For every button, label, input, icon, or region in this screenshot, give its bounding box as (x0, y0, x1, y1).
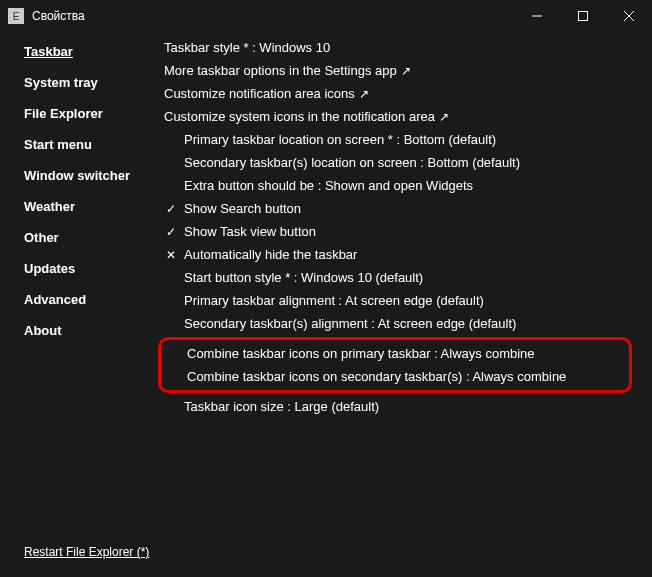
setting-row[interactable]: Primary taskbar location on screen * : B… (164, 128, 636, 151)
setting-label: Secondary taskbar(s) location on screen … (184, 155, 520, 170)
settings-panel: Taskbar style * : Windows 10More taskbar… (156, 36, 636, 565)
external-link-icon: ↗ (401, 64, 411, 78)
app-icon: E (8, 8, 24, 24)
window-title: Свойства (32, 9, 85, 23)
setting-row[interactable]: Combine taskbar icons on primary taskbar… (161, 342, 623, 365)
restart-explorer-link[interactable]: Restart File Explorer (*) (24, 545, 156, 565)
setting-row[interactable]: ✓Show Task view button (164, 220, 636, 243)
setting-row[interactable]: Secondary taskbar(s) alignment : At scre… (164, 312, 636, 335)
setting-row[interactable]: Taskbar icon size : Large (default) (164, 395, 636, 418)
external-link-icon: ↗ (439, 110, 449, 124)
setting-row[interactable]: Primary taskbar alignment : At screen ed… (164, 289, 636, 312)
setting-row[interactable]: Secondary taskbar(s) location on screen … (164, 151, 636, 174)
sidebar-item-file-explorer[interactable]: File Explorer (24, 98, 156, 129)
titlebar: E Свойства (0, 0, 652, 32)
setting-row[interactable]: ✕Automatically hide the taskbar (164, 243, 636, 266)
setting-label: Combine taskbar icons on secondary taskb… (187, 369, 566, 384)
setting-label: Primary taskbar alignment : At screen ed… (184, 293, 484, 308)
highlighted-settings: Combine taskbar icons on primary taskbar… (158, 337, 632, 393)
maximize-icon (578, 11, 588, 21)
setting-row[interactable]: Combine taskbar icons on secondary taskb… (161, 365, 623, 388)
setting-label: Taskbar icon size : Large (default) (184, 399, 379, 414)
setting-row[interactable]: Customize system icons in the notificati… (164, 105, 636, 128)
sidebar-item-system-tray[interactable]: System tray (24, 67, 156, 98)
minimize-button[interactable] (514, 0, 560, 32)
window-controls (514, 0, 652, 32)
close-icon (624, 11, 634, 21)
sidebar-item-other[interactable]: Other (24, 222, 156, 253)
maximize-button[interactable] (560, 0, 606, 32)
setting-label: Start button style * : Windows 10 (defau… (184, 270, 423, 285)
properties-window: E Свойства TaskbarSystem trayFile Explor… (0, 0, 652, 577)
setting-label: Primary taskbar location on screen * : B… (184, 132, 496, 147)
cross-icon: ✕ (164, 248, 178, 262)
external-link-icon: ↗ (359, 87, 369, 101)
setting-row[interactable]: More taskbar options in the Settings app… (164, 59, 636, 82)
setting-label: Customize notification area icons (164, 86, 355, 101)
check-icon: ✓ (164, 202, 178, 216)
setting-row[interactable]: Customize notification area icons↗ (164, 82, 636, 105)
sidebar-item-advanced[interactable]: Advanced (24, 284, 156, 315)
check-icon: ✓ (164, 225, 178, 239)
setting-label: Show Task view button (184, 224, 316, 239)
sidebar-item-window-switcher[interactable]: Window switcher (24, 160, 156, 191)
sidebar: TaskbarSystem trayFile ExplorerStart men… (24, 36, 156, 565)
svg-rect-1 (579, 12, 588, 21)
setting-row[interactable]: Extra button should be : Shown and open … (164, 174, 636, 197)
sidebar-item-taskbar[interactable]: Taskbar (24, 36, 156, 67)
setting-label: Taskbar style * : Windows 10 (164, 40, 330, 55)
setting-label: Show Search button (184, 201, 301, 216)
close-button[interactable] (606, 0, 652, 32)
setting-label: Combine taskbar icons on primary taskbar… (187, 346, 535, 361)
minimize-icon (532, 11, 542, 21)
sidebar-item-weather[interactable]: Weather (24, 191, 156, 222)
setting-label: More taskbar options in the Settings app (164, 63, 397, 78)
setting-row[interactable]: ✓Show Search button (164, 197, 636, 220)
setting-row[interactable]: Start button style * : Windows 10 (defau… (164, 266, 636, 289)
content-area: TaskbarSystem trayFile ExplorerStart men… (0, 32, 652, 577)
setting-label: Secondary taskbar(s) alignment : At scre… (184, 316, 516, 331)
sidebar-item-updates[interactable]: Updates (24, 253, 156, 284)
sidebar-item-about[interactable]: About (24, 315, 156, 346)
setting-label: Automatically hide the taskbar (184, 247, 357, 262)
setting-label: Extra button should be : Shown and open … (184, 178, 473, 193)
sidebar-item-start-menu[interactable]: Start menu (24, 129, 156, 160)
setting-label: Customize system icons in the notificati… (164, 109, 435, 124)
setting-row[interactable]: Taskbar style * : Windows 10 (164, 36, 636, 59)
